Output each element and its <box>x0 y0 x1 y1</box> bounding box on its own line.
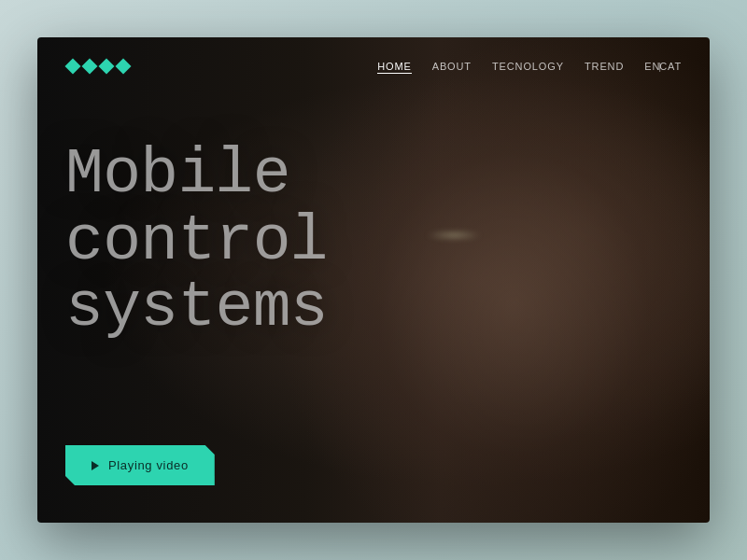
nav-link-technology[interactable]: TECNOLOGY <box>492 61 564 72</box>
logo-diamond-4 <box>116 59 132 75</box>
hero-title: Mobile control systems <box>65 141 682 341</box>
logo-diamond-1 <box>65 59 81 75</box>
nav-item-trend[interactable]: TREND <box>585 58 624 75</box>
nav-item-about[interactable]: ABOUT <box>432 58 472 75</box>
logo-diamond-3 <box>99 59 115 75</box>
nav-link-home[interactable]: HOME <box>377 61 412 74</box>
nav-lang-cat[interactable]: CAT <box>659 61 682 72</box>
main-nav: HOME ABOUT TECNOLOGY TREND EN | CAT <box>37 37 710 75</box>
nav-item-technology[interactable]: TECNOLOGY <box>492 58 564 75</box>
nav-link-about[interactable]: ABOUT <box>432 61 472 72</box>
nav-lang-switcher: EN | CAT <box>644 61 682 72</box>
nav-item-home[interactable]: HOME <box>377 58 412 75</box>
nav-links: HOME ABOUT TECNOLOGY TREND EN | CAT <box>377 58 682 75</box>
hero-title-line2: control <box>65 205 328 277</box>
playing-video-button[interactable]: Playing video <box>65 445 215 485</box>
hero-title-line3: systems <box>65 272 328 343</box>
hero-title-line1: Mobile <box>65 138 290 210</box>
page-content: HOME ABOUT TECNOLOGY TREND EN | CAT <box>37 37 710 523</box>
logo[interactable] <box>65 59 131 74</box>
hero-content: Mobile control systems <box>37 75 710 445</box>
cta-area: Playing video <box>37 445 710 523</box>
play-icon <box>92 461 99 470</box>
logo-diamond-2 <box>82 59 98 75</box>
playing-video-label: Playing video <box>108 458 189 472</box>
logo-diamonds <box>65 59 131 74</box>
browser-window: HOME ABOUT TECNOLOGY TREND EN | CAT <box>37 37 710 523</box>
nav-link-trend[interactable]: TREND <box>585 61 624 72</box>
